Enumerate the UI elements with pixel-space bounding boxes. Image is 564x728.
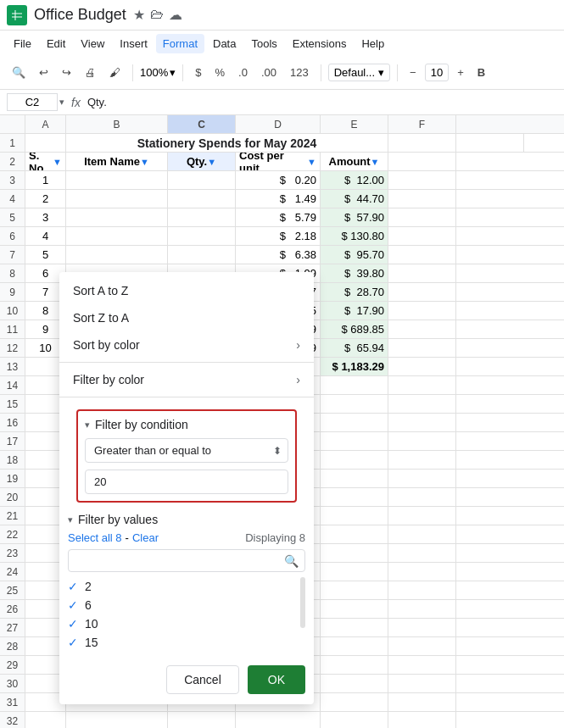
filter-value-15[interactable]: ✓ 15 [68,633,305,652]
filter-value-10[interactable]: ✓ 10 [68,614,305,633]
folder-icon[interactable]: 🗁 [150,7,164,23]
menu-extensions[interactable]: Extensions [286,34,354,53]
cell-E4[interactable]: $ 44.70 [321,190,388,208]
clear-link[interactable]: Clear [132,531,159,544]
cell-C3[interactable] [168,171,236,189]
cell-F14[interactable] [388,376,456,394]
cell-B2[interactable]: Item Name ▼ [66,153,168,170]
cell-F16[interactable] [388,414,456,431]
collapse-arrow-icon[interactable]: ▾ [85,420,90,431]
cell-A4[interactable]: 2 [25,190,66,208]
cell-F32[interactable] [388,712,456,728]
cell-F21[interactable] [388,507,456,525]
cell-E20[interactable] [321,488,388,506]
cell-B6[interactable] [66,227,168,245]
cell-E21[interactable] [321,507,388,525]
cell-E23[interactable] [321,544,388,562]
print-btn[interactable]: 🖨 [80,63,101,82]
cell-A32[interactable] [25,712,66,728]
cell-E13[interactable]: $ 1,183.29 [321,358,388,375]
cell-D7[interactable]: $ 6.38 [236,246,321,264]
cell-E6[interactable]: $ 130.80 [321,227,388,245]
cell-E3[interactable]: $ 12.00 [321,171,388,189]
cell-E31[interactable] [321,693,388,711]
cell-E10[interactable]: $ 17.90 [321,302,388,320]
menu-format[interactable]: Format [156,34,204,53]
cell-F5[interactable] [388,208,456,226]
cell-C7[interactable] [168,246,236,264]
cell-F22[interactable] [388,525,456,543]
cell-F8[interactable] [388,264,456,282]
dollar-btn[interactable]: $ [190,63,206,82]
col-header-D[interactable]: D [236,115,321,133]
cell-F20[interactable] [388,488,456,506]
select-all-link[interactable]: Select all 8 [68,531,122,544]
cell-E26[interactable] [321,600,388,618]
menu-data[interactable]: Data [206,34,243,53]
cell-D2[interactable]: Cost per unit ▼ [236,153,321,170]
cell-F24[interactable] [388,563,456,581]
font-size-plus[interactable]: + [452,63,469,82]
cell-A2[interactable]: S. No ▼ [25,153,66,170]
dec-inc-btn[interactable]: .0 [233,63,253,82]
cell-F6[interactable] [388,227,456,245]
redo-btn[interactable]: ↪ [57,63,76,82]
zoom-control[interactable]: 100% ▾ [140,66,176,79]
paint-format-btn[interactable]: 🖌 [104,63,126,82]
cell-D4[interactable]: $ 1.49 [236,190,321,208]
cell-E25[interactable] [321,581,388,599]
cell-F18[interactable] [388,451,456,469]
cell-D5[interactable]: $ 5.79 [236,208,321,226]
cell-reference[interactable]: C2 [7,93,58,111]
filter-value-6[interactable]: ✓ 6 [68,596,305,614]
cell-D32[interactable] [236,712,321,728]
cell-F12[interactable] [388,339,456,357]
star-icon[interactable]: ★ [133,7,145,23]
cell-F9[interactable] [388,283,456,301]
cell-E9[interactable]: $ 28.70 [321,283,388,301]
cell-E7[interactable]: $ 95.70 [321,246,388,264]
filter-search-input[interactable] [68,549,305,572]
cell-F17[interactable] [388,432,456,450]
filter-values-arrow-icon[interactable]: ▾ [68,514,73,525]
cell-F26[interactable] [388,600,456,618]
cell-E8[interactable]: $ 39.80 [321,264,388,282]
menu-file[interactable]: File [7,34,38,53]
cell-F13[interactable] [388,358,456,375]
cell-ref-arrow[interactable]: ▾ [59,97,64,108]
cell-F31[interactable] [388,693,456,711]
cell-C32[interactable] [168,712,236,728]
cell-E32[interactable] [321,712,388,728]
cell-C4[interactable] [168,190,236,208]
menu-tools[interactable]: Tools [244,34,283,53]
cell-F10[interactable] [388,302,456,320]
cell-E2[interactable]: Amount ▼ [321,153,388,170]
bold-btn[interactable]: B [472,63,490,82]
cell-D6[interactable]: $ 2.18 [236,227,321,245]
cell-E24[interactable] [321,563,388,581]
font-size-minus[interactable]: − [405,63,422,82]
cell-B32[interactable] [66,712,168,728]
cancel-button[interactable]: Cancel [166,665,239,694]
condition-select[interactable]: Greater than or equal to Is empty Is not… [85,438,288,463]
ok-button[interactable]: OK [248,665,305,694]
cell-E30[interactable] [321,675,388,692]
cell-E14[interactable] [321,376,388,394]
sort-by-color-item[interactable]: Sort by color › [59,331,314,358]
search-btn[interactable]: 🔍 [7,63,31,82]
123-btn[interactable]: 123 [285,63,314,82]
cell-F7[interactable] [388,246,456,264]
cell-B5[interactable] [66,208,168,226]
cell-A7[interactable]: 5 [25,246,66,264]
cloud-icon[interactable]: ☁ [169,7,182,23]
cell-A3[interactable]: 1 [25,171,66,189]
cell-F1[interactable] [456,134,524,152]
cell-E19[interactable] [321,470,388,487]
percent-btn[interactable]: % [209,63,230,82]
cell-E17[interactable] [321,432,388,450]
condition-value-input[interactable] [85,470,288,494]
cell-F4[interactable] [388,190,456,208]
menu-help[interactable]: Help [355,34,391,53]
cell-F2[interactable] [388,153,456,170]
font-selector[interactable]: Defaul... ▾ [328,64,390,81]
